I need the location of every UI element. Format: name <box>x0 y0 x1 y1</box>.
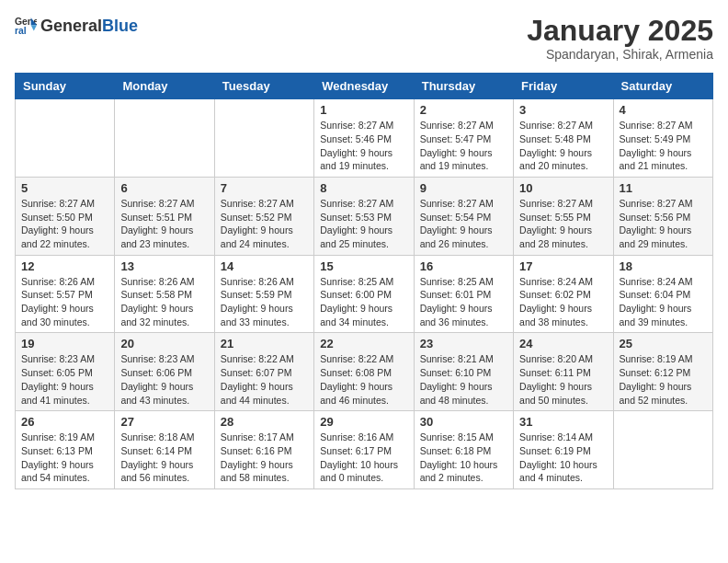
table-row: 31Sunrise: 8:14 AM Sunset: 6:19 PM Dayli… <box>514 411 613 489</box>
svg-marker-3 <box>31 25 37 30</box>
day-number: 25 <box>620 337 707 350</box>
logo-blue: Blue <box>102 17 138 35</box>
table-row <box>115 99 214 178</box>
day-number: 16 <box>420 259 507 273</box>
day-info: Sunrise: 8:25 AM Sunset: 6:00 PM Dayligh… <box>320 275 407 329</box>
day-number: 27 <box>120 415 208 429</box>
day-number: 14 <box>221 259 308 273</box>
table-row: 26Sunrise: 8:19 AM Sunset: 6:13 PM Dayli… <box>16 411 115 489</box>
day-info: Sunrise: 8:27 AM Sunset: 5:55 PM Dayligh… <box>519 197 607 251</box>
day-info: Sunrise: 8:15 AM Sunset: 6:18 PM Dayligh… <box>420 431 507 485</box>
day-number: 3 <box>519 103 607 117</box>
day-number: 19 <box>21 337 108 350</box>
calendar-week-row: 26Sunrise: 8:19 AM Sunset: 6:13 PM Dayli… <box>16 411 713 489</box>
day-info: Sunrise: 8:23 AM Sunset: 6:05 PM Dayligh… <box>21 352 108 407</box>
day-number: 26 <box>21 415 108 429</box>
table-row: 14Sunrise: 8:26 AM Sunset: 5:59 PM Dayli… <box>214 255 313 333</box>
header-wednesday: Wednesday <box>314 74 414 99</box>
table-row: 24Sunrise: 8:20 AM Sunset: 6:11 PM Dayli… <box>514 333 613 411</box>
day-info: Sunrise: 8:24 AM Sunset: 6:04 PM Dayligh… <box>620 275 707 329</box>
day-info: Sunrise: 8:19 AM Sunset: 6:13 PM Dayligh… <box>21 431 108 485</box>
day-number: 21 <box>221 337 308 350</box>
logo-text: GeneralBlue <box>40 17 138 34</box>
day-number: 8 <box>320 181 407 195</box>
day-info: Sunrise: 8:17 AM Sunset: 6:16 PM Dayligh… <box>221 431 308 485</box>
day-number: 17 <box>519 259 607 273</box>
header: Gene ral GeneralBlue January 2025 Spanda… <box>15 15 713 62</box>
calendar-week-row: 1Sunrise: 8:27 AM Sunset: 5:46 PM Daylig… <box>16 99 713 178</box>
table-row: 2Sunrise: 8:27 AM Sunset: 5:47 PM Daylig… <box>414 99 513 178</box>
day-number: 4 <box>620 103 707 117</box>
table-row: 4Sunrise: 8:27 AM Sunset: 5:49 PM Daylig… <box>613 99 712 178</box>
table-row: 28Sunrise: 8:17 AM Sunset: 6:16 PM Dayli… <box>214 411 313 489</box>
table-row: 15Sunrise: 8:25 AM Sunset: 6:00 PM Dayli… <box>314 255 414 333</box>
calendar-week-row: 12Sunrise: 8:26 AM Sunset: 5:57 PM Dayli… <box>16 255 713 333</box>
day-info: Sunrise: 8:27 AM Sunset: 5:50 PM Dayligh… <box>21 197 108 251</box>
day-number: 7 <box>221 181 308 195</box>
svg-text:ral: ral <box>15 26 27 36</box>
day-number: 5 <box>21 181 108 195</box>
day-info: Sunrise: 8:18 AM Sunset: 6:14 PM Dayligh… <box>120 431 208 485</box>
day-info: Sunrise: 8:14 AM Sunset: 6:19 PM Dayligh… <box>519 431 607 485</box>
table-row: 23Sunrise: 8:21 AM Sunset: 6:10 PM Dayli… <box>414 333 513 411</box>
table-row: 13Sunrise: 8:26 AM Sunset: 5:58 PM Dayli… <box>115 255 214 333</box>
day-number: 28 <box>221 415 308 429</box>
header-saturday: Saturday <box>613 74 712 99</box>
day-info: Sunrise: 8:22 AM Sunset: 6:07 PM Dayligh… <box>221 352 308 407</box>
day-info: Sunrise: 8:23 AM Sunset: 6:06 PM Dayligh… <box>120 352 208 407</box>
day-info: Sunrise: 8:22 AM Sunset: 6:08 PM Dayligh… <box>320 352 407 407</box>
header-tuesday: Tuesday <box>214 74 313 99</box>
day-info: Sunrise: 8:24 AM Sunset: 6:02 PM Dayligh… <box>519 275 607 329</box>
day-number: 13 <box>120 259 208 273</box>
day-number: 31 <box>519 415 607 429</box>
day-info: Sunrise: 8:27 AM Sunset: 5:52 PM Dayligh… <box>221 197 308 251</box>
table-row: 8Sunrise: 8:27 AM Sunset: 5:53 PM Daylig… <box>314 177 414 255</box>
table-row: 7Sunrise: 8:27 AM Sunset: 5:52 PM Daylig… <box>214 177 313 255</box>
table-row: 18Sunrise: 8:24 AM Sunset: 6:04 PM Dayli… <box>613 255 712 333</box>
table-row <box>16 99 115 178</box>
day-number: 10 <box>519 181 607 195</box>
day-number: 11 <box>620 181 707 195</box>
day-info: Sunrise: 8:26 AM Sunset: 5:57 PM Dayligh… <box>21 275 108 329</box>
table-row: 27Sunrise: 8:18 AM Sunset: 6:14 PM Dayli… <box>115 411 214 489</box>
day-info: Sunrise: 8:27 AM Sunset: 5:53 PM Dayligh… <box>320 197 407 251</box>
day-info: Sunrise: 8:19 AM Sunset: 6:12 PM Dayligh… <box>620 352 707 407</box>
calendar-week-row: 5Sunrise: 8:27 AM Sunset: 5:50 PM Daylig… <box>16 177 713 255</box>
day-number: 29 <box>320 415 407 429</box>
day-number: 1 <box>320 103 407 117</box>
day-number: 2 <box>420 103 507 117</box>
day-info: Sunrise: 8:27 AM Sunset: 5:54 PM Dayligh… <box>420 197 507 251</box>
day-info: Sunrise: 8:27 AM Sunset: 5:49 PM Dayligh… <box>620 119 707 173</box>
day-number: 18 <box>620 259 707 273</box>
table-row: 6Sunrise: 8:27 AM Sunset: 5:51 PM Daylig… <box>115 177 214 255</box>
day-info: Sunrise: 8:25 AM Sunset: 6:01 PM Dayligh… <box>420 275 507 329</box>
day-number: 30 <box>420 415 507 429</box>
day-info: Sunrise: 8:16 AM Sunset: 6:17 PM Dayligh… <box>320 431 407 485</box>
day-info: Sunrise: 8:27 AM Sunset: 5:47 PM Dayligh… <box>420 119 507 173</box>
header-friday: Friday <box>514 74 613 99</box>
logo-general: General <box>40 17 102 35</box>
day-number: 23 <box>420 337 507 350</box>
table-row: 17Sunrise: 8:24 AM Sunset: 6:02 PM Dayli… <box>514 255 613 333</box>
table-row: 1Sunrise: 8:27 AM Sunset: 5:46 PM Daylig… <box>314 99 414 178</box>
table-row: 21Sunrise: 8:22 AM Sunset: 6:07 PM Dayli… <box>214 333 313 411</box>
table-row: 9Sunrise: 8:27 AM Sunset: 5:54 PM Daylig… <box>414 177 513 255</box>
day-info: Sunrise: 8:26 AM Sunset: 5:58 PM Dayligh… <box>120 275 208 329</box>
table-row: 10Sunrise: 8:27 AM Sunset: 5:55 PM Dayli… <box>514 177 613 255</box>
table-row <box>214 99 313 178</box>
day-number: 24 <box>519 337 607 350</box>
day-number: 9 <box>420 181 507 195</box>
day-info: Sunrise: 8:27 AM Sunset: 5:46 PM Dayligh… <box>320 119 407 173</box>
header-sunday: Sunday <box>16 74 115 99</box>
table-row: 29Sunrise: 8:16 AM Sunset: 6:17 PM Dayli… <box>314 411 414 489</box>
calendar-week-row: 19Sunrise: 8:23 AM Sunset: 6:05 PM Dayli… <box>16 333 713 411</box>
table-row: 12Sunrise: 8:26 AM Sunset: 5:57 PM Dayli… <box>16 255 115 333</box>
header-thursday: Thursday <box>414 74 513 99</box>
table-row: 11Sunrise: 8:27 AM Sunset: 5:56 PM Dayli… <box>613 177 712 255</box>
day-number: 15 <box>320 259 407 273</box>
day-info: Sunrise: 8:26 AM Sunset: 5:59 PM Dayligh… <box>221 275 308 329</box>
table-row: 16Sunrise: 8:25 AM Sunset: 6:01 PM Dayli… <box>414 255 513 333</box>
table-row <box>613 411 712 489</box>
table-row: 25Sunrise: 8:19 AM Sunset: 6:12 PM Dayli… <box>613 333 712 411</box>
day-number: 22 <box>320 337 407 350</box>
